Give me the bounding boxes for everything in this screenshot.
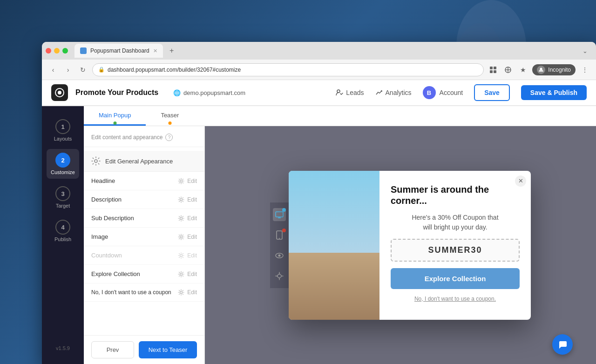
content-area: Main Popup Teaser Edit content and — [84, 106, 596, 364]
edit-item-explore-collection[interactable]: Explore Collection Edit — [84, 265, 204, 283]
edit-panel-title-text: Edit content and appearance — [91, 134, 163, 141]
close-button[interactable] — [46, 48, 51, 54]
minimize-button[interactable] — [54, 48, 60, 54]
lock-icon: 🔒 — [98, 67, 105, 73]
new-tab-button[interactable]: + — [166, 45, 178, 57]
popup-decline-link[interactable]: No, I don't want to use a coupon. — [391, 296, 520, 302]
popup-image — [289, 171, 379, 320]
popup-content: ✕ Summer is around the corner... Here's … — [379, 171, 531, 320]
step-label-target: Target — [56, 203, 70, 209]
decline-edit-controls: Edit — [178, 289, 197, 296]
tab-favicon — [80, 47, 87, 54]
forward-button[interactable]: › — [62, 64, 74, 75]
account-button[interactable]: B Account — [423, 86, 463, 99]
debug-button[interactable] — [273, 270, 286, 283]
analytics-nav-link[interactable]: Analytics — [375, 89, 412, 96]
sidebar-step-customize[interactable]: 2 Customize — [47, 149, 79, 179]
countdown-label: Countdown — [91, 252, 178, 259]
domain-button[interactable]: 🌐 demo.popupsmart.com — [173, 89, 245, 96]
description-gear-icon — [178, 196, 184, 203]
panel-preview: Edit content and appearance ? — [84, 126, 596, 364]
tab-bar: Popupsmart Dashboard ✕ + ⌄ — [42, 42, 596, 60]
tab-main-popup[interactable]: Main Popup — [84, 106, 146, 126]
leads-label: Leads — [346, 89, 364, 96]
analytics-label: Analytics — [386, 89, 412, 96]
browser-window: Popupsmart Dashboard ✕ + ⌄ ‹ › ↻ 🔒 dashb… — [42, 42, 596, 364]
preview-area: ✕ Summer is around the corner... Here's … — [205, 126, 596, 364]
leads-nav-link[interactable]: Leads — [336, 89, 364, 96]
explore-gear-icon — [178, 271, 184, 277]
tab-teaser[interactable]: Teaser — [146, 106, 194, 126]
left-sidebar: 1 Layouts 2 Customize 3 Target 4 Publish… — [42, 106, 84, 364]
popup-headline: Summer is around the corner... — [391, 184, 520, 206]
decline-gear-icon — [178, 289, 184, 296]
popup-description: Here's a 30% Off Coupon thatwill bright … — [391, 213, 520, 232]
svg-rect-5 — [494, 70, 496, 73]
popup-modal: ✕ Summer is around the corner... Here's … — [289, 171, 531, 320]
extensions-icon[interactable] — [488, 64, 499, 75]
step-circle-3: 3 — [55, 186, 70, 201]
incognito-icon — [537, 66, 545, 74]
svg-rect-2 — [490, 67, 493, 69]
edit-item-description[interactable]: Description Edit — [84, 190, 204, 209]
main-popup-dot — [113, 121, 116, 125]
main-layout: 1 Layouts 2 Customize 3 Target 4 Publish… — [42, 106, 596, 364]
edit-item-decline[interactable]: No, I don't want to use a coupon Edit — [84, 283, 204, 302]
svg-point-20 — [180, 291, 183, 294]
svg-rect-4 — [490, 70, 493, 73]
edit-item-headline[interactable]: Headline Edit — [84, 172, 204, 190]
svg-point-15 — [180, 198, 183, 201]
sidebar-step-layouts[interactable]: 1 Layouts — [47, 115, 79, 145]
incognito-button[interactable]: Incognito — [532, 64, 576, 75]
decline-label: No, I don't want to use a coupon — [91, 289, 178, 296]
svg-point-18 — [180, 254, 183, 256]
countdown-edit-controls: Edit — [178, 252, 197, 259]
prev-button[interactable]: Prev — [91, 341, 134, 358]
image-label: Image — [91, 233, 178, 240]
reload-button[interactable]: ↻ — [77, 64, 88, 75]
edit-panel-footer: Prev Next to Teaser — [84, 335, 204, 364]
toolbar-icons: ★ Incognito ⋮ — [488, 64, 590, 75]
address-input[interactable]: 🔒 dashboard.popupsmart.com/builder/32067… — [92, 63, 484, 76]
chat-button[interactable] — [552, 334, 573, 355]
tab-teaser-label: Teaser — [161, 112, 179, 119]
svg-point-14 — [180, 180, 183, 182]
back-button[interactable]: ‹ — [47, 64, 59, 75]
star-icon[interactable]: ★ — [517, 64, 528, 75]
next-to-teaser-button[interactable]: Next to Teaser — [139, 341, 197, 358]
tabs-row: Main Popup Teaser — [84, 106, 596, 126]
popup-cta-button[interactable]: Explore Collection — [391, 268, 520, 289]
svg-rect-21 — [276, 212, 283, 217]
explore-collection-label: Explore Collection — [91, 270, 178, 277]
popup-coupon-code[interactable]: SUMMER30 — [391, 239, 520, 262]
step-label-customize: Customize — [51, 169, 75, 175]
headline-label: Headline — [91, 177, 178, 184]
camera-icon[interactable] — [502, 64, 514, 75]
browser-tab[interactable]: Popupsmart Dashboard ✕ — [74, 44, 163, 58]
app-title: Promote Your Products — [75, 88, 158, 97]
save-publish-button[interactable]: Save & Publish — [521, 85, 587, 100]
app-content: Promote Your Products 🌐 demo.popupsmart.… — [42, 80, 596, 364]
analytics-icon — [375, 89, 383, 96]
maximize-button[interactable] — [62, 48, 68, 54]
sidebar-step-publish[interactable]: 4 Publish — [47, 216, 79, 246]
help-icon[interactable]: ? — [165, 134, 173, 141]
edit-general-appearance[interactable]: Edit General Appearance — [84, 151, 204, 172]
sidebar-step-target[interactable]: 3 Target — [47, 182, 79, 212]
address-bar: ‹ › ↻ 🔒 dashboard.popupsmart.com/builder… — [42, 60, 596, 80]
tab-expand-icon[interactable]: ⌄ — [582, 47, 592, 54]
edit-item-countdown[interactable]: Countdown Edit — [84, 246, 204, 265]
tab-close-icon[interactable]: ✕ — [153, 48, 157, 54]
edit-item-image[interactable]: Image Edit — [84, 228, 204, 246]
header-nav: Leads Analytics B Account Save Save & — [336, 84, 587, 101]
menu-icon[interactable]: ⋮ — [579, 64, 590, 75]
step-circle-2: 2 — [55, 153, 70, 168]
save-button[interactable]: Save — [474, 84, 510, 101]
step-circle-4: 4 — [55, 220, 70, 235]
step-label-layouts: Layouts — [54, 136, 72, 142]
preview-mode-button[interactable] — [273, 249, 286, 262]
popup-close-button[interactable]: ✕ — [515, 175, 526, 187]
edit-item-sub-description[interactable]: Sub Description Edit — [84, 209, 204, 228]
traffic-lights — [46, 48, 68, 54]
settings-icon — [91, 156, 101, 166]
